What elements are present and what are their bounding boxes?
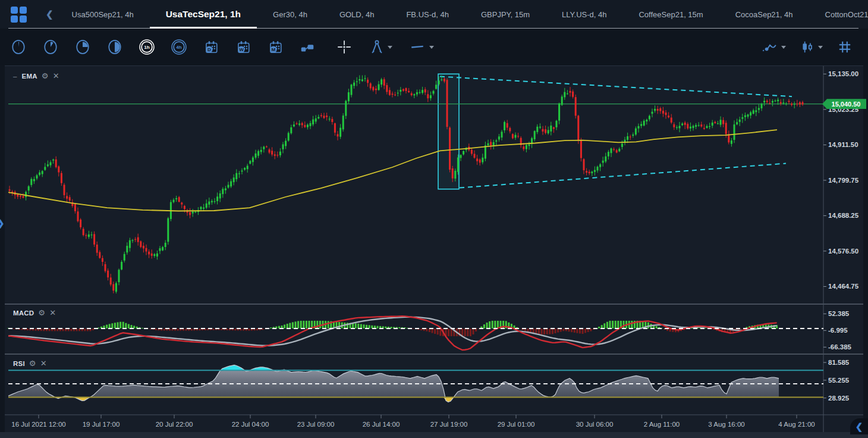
timeframe-daily-button[interactable]: D bbox=[201, 37, 221, 57]
chart-tab-bar: ❮ Usa500Sep21, 4hUsaTecSep21, 1hGer30, 4… bbox=[0, 0, 868, 29]
trading-app-window: ❮ Usa500Sep21, 4hUsaTecSep21, 1hGer30, 4… bbox=[0, 0, 868, 438]
line-tool-button[interactable] bbox=[407, 37, 435, 57]
svg-text:81.585: 81.585 bbox=[828, 359, 850, 366]
close-icon[interactable]: ✕ bbox=[49, 308, 56, 317]
ema-label: EMA bbox=[22, 73, 37, 80]
chart-toolbar: 1h 4h D W M bbox=[0, 29, 868, 65]
timeframe-group: 1h 4h D W M bbox=[0, 37, 317, 57]
chart-tab-gold[interactable]: GOLD, 4h bbox=[323, 0, 391, 29]
chart-canvas[interactable]: 15,135.0015,023.2514,911.5014,799.7514,6… bbox=[5, 66, 863, 433]
svg-text:26 Jul 14:00: 26 Jul 14:00 bbox=[363, 421, 400, 428]
svg-text:D: D bbox=[207, 47, 211, 52]
svg-text:14,799.75: 14,799.75 bbox=[828, 177, 859, 184]
ema-line bbox=[8, 130, 777, 211]
macd-signal-line bbox=[8, 317, 777, 346]
rsi-indicator-header: RSI ⚙ ✕ bbox=[13, 359, 47, 368]
collapse-dash-icon[interactable]: – bbox=[13, 73, 17, 80]
svg-text:14,576.50: 14,576.50 bbox=[828, 248, 858, 255]
drawing-tools-button[interactable] bbox=[366, 37, 395, 57]
svg-text:19 Jul 17:00: 19 Jul 17:00 bbox=[83, 421, 120, 428]
chevron-down-icon bbox=[818, 46, 823, 49]
right-tools-group bbox=[750, 37, 868, 57]
grid-settings-button[interactable] bbox=[835, 37, 855, 57]
svg-text:28.925: 28.925 bbox=[828, 395, 850, 402]
chart-tab-usatecsep21[interactable]: UsaTecSep21, 1h bbox=[150, 0, 257, 29]
chart-tab-coffeesep21[interactable]: CoffeeSep21, 15m bbox=[622, 0, 719, 29]
svg-text:27 Jul 19:00: 27 Jul 19:00 bbox=[430, 421, 468, 428]
timeframe-5m-button[interactable] bbox=[40, 37, 61, 57]
timeframe-15m-button[interactable] bbox=[73, 37, 93, 57]
chart-type-menu-button[interactable] bbox=[797, 37, 825, 57]
rsi-oversold-area bbox=[8, 398, 779, 402]
svg-text:M: M bbox=[272, 47, 276, 52]
bottom-frame-strip bbox=[0, 432, 868, 438]
current-price-badge: 15,040.50 bbox=[822, 99, 866, 109]
chevron-down-icon bbox=[388, 46, 392, 49]
close-icon[interactable]: ✕ bbox=[40, 359, 47, 368]
svg-text:23 Jul 09:00: 23 Jul 09:00 bbox=[297, 421, 335, 428]
rsi-pane[interactable] bbox=[8, 365, 823, 402]
timeframe-monthly-button[interactable]: M bbox=[265, 37, 285, 57]
svg-text:14,688.25: 14,688.25 bbox=[828, 212, 859, 219]
svg-text:22 Jul 04:00: 22 Jul 04:00 bbox=[232, 421, 269, 428]
candles-layer bbox=[9, 75, 804, 293]
chart-area[interactable]: 15,135.0015,023.2514,911.5014,799.7514,6… bbox=[5, 65, 863, 433]
timeframe-1h-button[interactable]: 1h bbox=[137, 37, 157, 57]
svg-text:20 Jul 22:00: 20 Jul 22:00 bbox=[156, 421, 193, 428]
macd-line bbox=[8, 316, 777, 350]
trendline-lower bbox=[460, 164, 786, 188]
chart-tab-gbpjpy[interactable]: GBPJPY, 15m bbox=[465, 0, 546, 29]
svg-text:29 Jul 01:00: 29 Jul 01:00 bbox=[498, 421, 535, 428]
svg-text:30 Jul 06:00: 30 Jul 06:00 bbox=[576, 421, 614, 428]
svg-text:14,464.75: 14,464.75 bbox=[828, 283, 859, 290]
svg-text:4h: 4h bbox=[176, 45, 182, 50]
trendline-upper bbox=[440, 77, 792, 97]
svg-text:W: W bbox=[239, 47, 244, 52]
svg-text:4 Aug 21:00: 4 Aug 21:00 bbox=[778, 421, 814, 428]
timeframe-30m-button[interactable] bbox=[105, 37, 125, 57]
left-panel-expand-chevron[interactable]: ❯ bbox=[0, 218, 5, 229]
chart-tab-fb.us-d[interactable]: FB.US-d, 4h bbox=[390, 0, 465, 29]
rsi-label: RSI bbox=[13, 360, 25, 367]
time-axis[interactable]: 16 Jul 2021 12:0019 Jul 17:0020 Jul 22:0… bbox=[11, 415, 814, 428]
crosshair-tool-button[interactable] bbox=[334, 37, 354, 57]
gear-icon[interactable]: ⚙ bbox=[38, 308, 45, 317]
svg-text:52.385: 52.385 bbox=[828, 310, 850, 317]
tabs-scroll-left-button[interactable]: ❮ bbox=[43, 9, 56, 20]
app-logo-grid-icon[interactable] bbox=[11, 7, 27, 23]
svg-text:15,135.00: 15,135.00 bbox=[828, 70, 858, 77]
svg-text:14,911.50: 14,911.50 bbox=[828, 141, 858, 148]
chart-tab-usa500sep21[interactable]: Usa500Sep21, 4h bbox=[56, 0, 150, 29]
close-icon[interactable]: ✕ bbox=[53, 71, 59, 80]
svg-text:1h: 1h bbox=[144, 45, 150, 50]
chart-tab-lly.us-d[interactable]: LLY.US-d, 4h bbox=[546, 0, 622, 29]
svg-text:3 Aug 16:00: 3 Aug 16:00 bbox=[708, 421, 744, 428]
price-axis[interactable]: 15,135.0015,023.2514,911.5014,799.7514,6… bbox=[823, 70, 859, 401]
macd-label: MACD bbox=[13, 309, 34, 317]
ema-indicator-header: – EMA ⚙ ✕ bbox=[13, 71, 59, 80]
svg-text:2 Aug 11:00: 2 Aug 11:00 bbox=[644, 421, 680, 428]
chart-tab-cottonoct21[interactable]: CottonOct21, 4h bbox=[809, 0, 868, 29]
macd-indicator-header: MACD ⚙ ✕ bbox=[13, 308, 56, 317]
svg-text:-6.995: -6.995 bbox=[828, 327, 848, 334]
tick-chart-button[interactable] bbox=[297, 37, 317, 57]
timeframe-4h-button[interactable]: 4h bbox=[169, 37, 189, 57]
svg-text:55.255: 55.255 bbox=[828, 377, 850, 384]
gear-icon[interactable]: ⚙ bbox=[42, 71, 49, 80]
bottom-right-collapse-button[interactable]: ❮ bbox=[850, 418, 868, 434]
svg-text:16 Jul 2021 12:00: 16 Jul 2021 12:00 bbox=[11, 421, 65, 428]
chevron-down-icon bbox=[429, 46, 434, 49]
chart-tabs: Usa500Sep21, 4hUsaTecSep21, 1hGer30, 4hG… bbox=[56, 0, 868, 29]
chart-tab-cocoasep21[interactable]: CocoaSep21, 4h bbox=[719, 0, 809, 29]
timeframe-weekly-button[interactable]: W bbox=[233, 37, 253, 57]
price-pane[interactable] bbox=[8, 74, 823, 293]
gear-icon[interactable]: ⚙ bbox=[29, 359, 36, 368]
macd-pane[interactable] bbox=[8, 316, 824, 350]
tools-group bbox=[326, 37, 435, 57]
timeframe-1m-button[interactable] bbox=[8, 37, 29, 57]
chart-tab-ger30[interactable]: Ger30, 4h bbox=[257, 0, 323, 29]
svg-text:-66.385: -66.385 bbox=[828, 343, 852, 351]
indicators-menu-button[interactable] bbox=[759, 37, 787, 57]
chevron-down-icon bbox=[781, 46, 786, 49]
